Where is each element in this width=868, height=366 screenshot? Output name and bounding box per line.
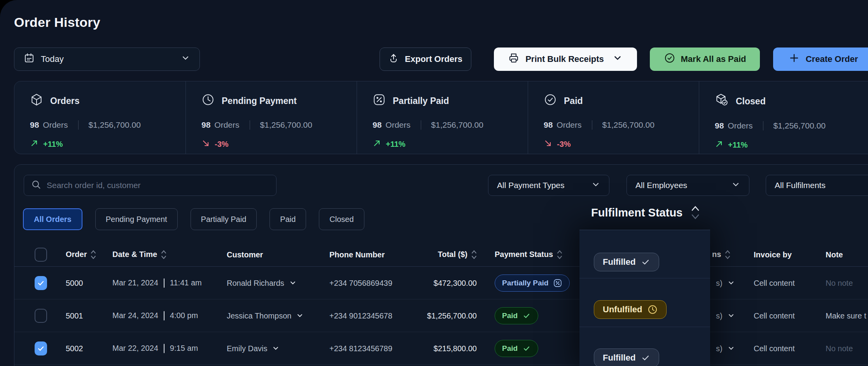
trend-down-icon: [544, 139, 552, 150]
tab-pending-payment[interactable]: Pending Payment: [95, 208, 178, 230]
customer-cell[interactable]: Ronald Richards: [227, 278, 297, 287]
date-filter-dropdown[interactable]: Today: [14, 48, 200, 71]
chevron-down-icon: [731, 180, 740, 191]
employees-dropdown[interactable]: All Employees: [626, 175, 749, 196]
row-checkbox[interactable]: [35, 341, 47, 355]
col-note: Note: [826, 250, 843, 259]
tab-partially-paid[interactable]: Partially Paid: [191, 208, 257, 230]
fulfilment-badge: Unfulfiled: [594, 300, 667, 319]
payment-types-label: All Payment Types: [497, 181, 565, 190]
stat-title: Pending Payment: [222, 96, 297, 106]
row-checkbox[interactable]: [35, 276, 47, 290]
orders-table-card: All Payment Types All Employees All Fulf…: [14, 164, 868, 366]
stat-title: Orders: [50, 96, 79, 106]
col-hidden-fragment: ns: [712, 250, 721, 259]
order-history-page: Order History Today Export Orders: [0, 0, 868, 366]
tab-closed[interactable]: Closed: [319, 208, 364, 230]
check-badge-icon: [522, 344, 531, 353]
trend-up-icon: [30, 139, 38, 150]
chevron-down-icon: [727, 279, 735, 287]
note-cell: No note: [826, 344, 853, 353]
payment-status-badge: Paid: [495, 340, 538, 357]
invoice-by-cell: Cell content: [754, 344, 795, 353]
chevron-down-icon: [591, 180, 600, 191]
fulfilment-status-title: Fulfilment Status: [591, 206, 682, 219]
fulfilment-status-column-panel: Fulfilled Unfulfiled Fulfilled: [579, 230, 710, 366]
panel-divider: [579, 327, 710, 327]
chevron-down-icon: [727, 345, 735, 352]
tab-paid[interactable]: Paid: [270, 208, 306, 230]
order-total: $215,800.00: [388, 344, 477, 353]
clock-icon: [201, 93, 215, 109]
stat-card-partially-paid: Partially Paid 98Orders $1,256,700.00 +1…: [357, 81, 528, 154]
stat-card-closed: Closed 98Orders $1,256,700.00 +11%: [699, 81, 868, 154]
chevron-down-icon: [272, 345, 280, 352]
export-orders-label: Export Orders: [405, 54, 462, 64]
check-circle-icon: [664, 52, 676, 66]
sort-total-icon[interactable]: [471, 249, 477, 260]
stat-card-paid: Paid 98Orders $1,256,700.00 -3%: [528, 81, 699, 154]
sort-order-icon[interactable]: [91, 249, 96, 260]
sort-fulfilment-icon[interactable]: [691, 204, 700, 221]
row-checkbox[interactable]: [35, 309, 47, 323]
stats-summary-bar: Orders 98Orders $1,256,700.00 +11%: [14, 81, 868, 154]
trend-up-icon: [715, 140, 723, 150]
search-input[interactable]: [47, 181, 269, 190]
order-id: 5002: [66, 344, 83, 353]
box-check-icon: [715, 93, 729, 109]
order-datetime: Mar 21, 202411:41 am: [112, 278, 202, 288]
plus-icon: [789, 53, 800, 66]
check-circle-icon: [544, 93, 557, 109]
payment-status-badge: Paid: [495, 307, 538, 324]
stat-title: Paid: [564, 96, 583, 106]
stat-counts: 98Orders $1,256,700.00: [30, 120, 186, 130]
select-all-checkbox[interactable]: [35, 248, 47, 262]
col-date-time: Date & Time: [112, 250, 157, 259]
chevron-down-icon: [296, 312, 304, 320]
trend-up-icon: [373, 139, 381, 150]
stat-trend: +11%: [30, 139, 186, 150]
clock-icon: [648, 304, 658, 315]
invoice-by-cell: Cell content: [754, 278, 795, 287]
order-id: 5000: [66, 278, 83, 287]
print-bulk-receipts-button[interactable]: Print Bulk Receipts: [494, 48, 637, 71]
tab-all-orders[interactable]: All Orders: [23, 208, 82, 230]
cube-icon: [30, 93, 43, 109]
mark-all-paid-button[interactable]: Mark All as Paid: [650, 48, 760, 71]
export-orders-button[interactable]: Export Orders: [380, 48, 471, 71]
sort-date-icon[interactable]: [161, 249, 166, 260]
search-icon: [31, 179, 41, 191]
status-filter-tabs: All Orders Pending Payment Partially Pai…: [23, 208, 364, 230]
fulfilments-dropdown[interactable]: All Fulfilments: [766, 175, 868, 196]
sort-payment-icon[interactable]: [557, 249, 562, 260]
mark-all-paid-label: Mark All as Paid: [681, 54, 746, 64]
chevron-down-icon: [612, 53, 623, 65]
table-row: 5000 Mar 21, 202411:41 am Ronald Richard…: [14, 267, 868, 299]
items-cell-fragment[interactable]: s): [716, 278, 735, 287]
payment-types-dropdown[interactable]: All Payment Types: [488, 175, 609, 196]
stat-card-pending-payment: Pending Payment 98Orders $1,256,700.00 -…: [186, 81, 357, 154]
stat-trend: +11%: [373, 139, 528, 150]
create-order-button[interactable]: Create Order: [773, 48, 868, 71]
search-box[interactable]: [24, 175, 276, 196]
trend-down-icon: [201, 139, 210, 150]
order-datetime: Mar 22, 20249:15 am: [112, 344, 198, 353]
page-title: Order History: [14, 15, 100, 30]
customer-cell[interactable]: Jessica Thompson: [227, 311, 304, 320]
check-icon: [641, 257, 650, 267]
note-cell: Make sure t: [826, 311, 866, 320]
col-total: Total ($): [438, 250, 467, 259]
items-cell-fragment[interactable]: s): [716, 311, 735, 320]
customer-cell[interactable]: Emily Davis: [227, 344, 280, 353]
date-filter-label: Today: [41, 54, 64, 64]
calendar-icon: [24, 53, 35, 66]
fulfilment-status-column-header[interactable]: Fulfilment Status: [591, 204, 700, 221]
print-bulk-receipts-label: Print Bulk Receipts: [525, 54, 604, 64]
sort-hidden-icon[interactable]: [725, 249, 730, 260]
printer-icon: [508, 53, 519, 66]
phone-number: +234 9012345678: [329, 311, 392, 320]
col-payment-status: Payment Status: [495, 250, 553, 259]
payment-status-badge: Partially Paid: [495, 274, 570, 292]
items-cell-fragment[interactable]: s): [716, 344, 735, 353]
stat-counts: 98Orders $1,256,700.00: [544, 120, 699, 130]
